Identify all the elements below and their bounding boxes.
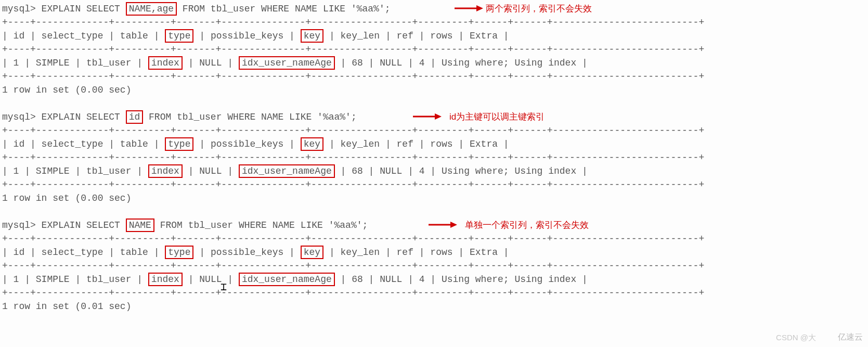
type-value-highlight: index <box>148 56 183 70</box>
table-header-row: | id | select_type | table | type | poss… <box>2 137 868 151</box>
result-footer: 1 row in set (0.00 sec) <box>2 191 868 205</box>
annotation-text: id为主键可以调主键索引 <box>449 110 545 124</box>
sql-prompt-line: mysql> EXPLAIN SELECT id FROM tbl_user W… <box>2 110 868 124</box>
key-column-highlight: key <box>301 137 323 151</box>
prompt-post: FROM tbl_user WHERE NAME LIKE '%aa%'; <box>177 4 390 14</box>
table-data-row: | 1 | SIMPLE | tbl_user | index | NULL |… <box>2 164 868 178</box>
type-column-highlight: type <box>165 137 193 151</box>
table-separator: +----+-------------+----------+-------+-… <box>2 151 868 164</box>
key-column-highlight: key <box>301 246 323 259</box>
result-footer: 1 row in set (0.00 sec) <box>2 83 868 97</box>
key-value-highlight: idx_user_nameAge <box>239 273 335 286</box>
type-value-highlight: index <box>148 273 183 286</box>
arrow-icon <box>413 111 442 122</box>
svg-marker-3 <box>435 113 442 120</box>
select-columns-highlight: id <box>126 110 144 124</box>
blank-line <box>2 313 868 327</box>
type-column-highlight: type <box>165 246 193 259</box>
type-value-highlight: index <box>148 164 183 178</box>
select-columns-highlight: NAME <box>126 219 154 232</box>
key-value-highlight: idx_user_nameAge <box>239 164 335 178</box>
sql-prompt-line: mysql> EXPLAIN SELECT NAME,age FROM tbl_… <box>2 2 868 16</box>
prompt-pre: mysql> EXPLAIN SELECT <box>2 112 126 122</box>
table-separator: +----+-------------+----------+-------+-… <box>2 124 868 137</box>
table-separator: +----+-------------+----------+-------+-… <box>2 70 868 83</box>
blank-line <box>2 97 868 110</box>
arrow-icon <box>455 3 483 14</box>
table-data-row: | 1 | SIMPLE | tbl_user | index | NULL |… <box>2 273 868 286</box>
table-separator: +----+-------------+----------+-------+-… <box>2 232 868 246</box>
table-header-row: | id | select_type | table | type | poss… <box>2 246 868 259</box>
table-separator: +----+-------------+----------+-------+-… <box>2 259 868 273</box>
prompt-post: FROM tbl_user WHERE NAME LIKE '%aa%'; <box>143 112 356 122</box>
prompt-post: FROM tbl_user WHERE NAME LIKE '%aa%'; <box>154 220 368 230</box>
prompt-pre: mysql> EXPLAIN SELECT <box>2 4 126 14</box>
table-data-row: | 1 | SIMPLE | tbl_user | index | NULL |… <box>2 56 868 70</box>
type-column-highlight: type <box>165 29 193 43</box>
table-separator: +----+-------------+----------+-------+-… <box>2 16 868 29</box>
table-separator: +----+-------------+----------+-------+-… <box>2 286 868 300</box>
table-separator: +----+-------------+----------+-------+-… <box>2 178 868 191</box>
key-value-highlight: idx_user_nameAge <box>239 56 335 70</box>
annotation-text: 单独一个索引列，索引不会失效 <box>465 219 589 232</box>
annotation-text: 两个索引列，索引不会失效 <box>486 2 592 16</box>
svg-marker-1 <box>476 5 483 11</box>
table-header-row: | id | select_type | table | type | poss… <box>2 29 868 43</box>
svg-marker-5 <box>450 222 457 228</box>
table-separator: +----+-------------+----------+-------+-… <box>2 43 868 56</box>
prompt-pre: mysql> EXPLAIN SELECT <box>2 220 126 230</box>
key-column-highlight: key <box>301 29 323 43</box>
arrow-icon <box>429 220 457 230</box>
select-columns-highlight: NAME,age <box>126 2 177 16</box>
result-footer: 1 row in set (0.01 sec) <box>2 300 868 313</box>
sql-prompt-line: mysql> EXPLAIN SELECT NAME FROM tbl_user… <box>2 219 868 232</box>
blank-line <box>2 205 868 219</box>
